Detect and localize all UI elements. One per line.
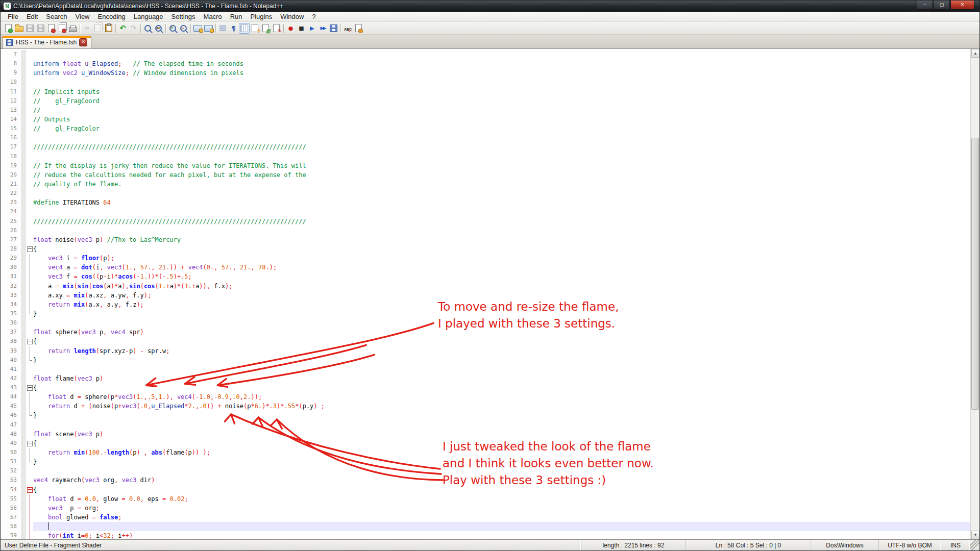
line-text[interactable]: [33, 420, 970, 430]
line-text[interactable]: float d = sphere(p*vec3(1.,.5,1.), vec4(…: [33, 392, 970, 402]
word-wrap-icon[interactable]: [217, 23, 228, 34]
fold-margin[interactable]: [26, 170, 33, 180]
bookmark-margin[interactable]: [21, 420, 26, 430]
code-line-39[interactable]: 39 return length(spr.xyz-p) - spr.w;: [1, 346, 970, 356]
bookmark-margin[interactable]: [21, 346, 26, 356]
undo-icon[interactable]: ↶: [117, 23, 128, 34]
line-text[interactable]: // Outputs: [33, 115, 970, 124]
bookmark-margin[interactable]: [21, 374, 26, 383]
doc-map-icon[interactable]: ▦: [260, 23, 271, 34]
code-line-51[interactable]: 51}: [1, 457, 970, 466]
code-line-40[interactable]: 40}: [1, 356, 970, 365]
line-text[interactable]: float flame(vec3 p): [33, 374, 970, 383]
line-text[interactable]: {: [33, 383, 970, 392]
line-text[interactable]: for(int i=0; i<32; i++): [33, 531, 970, 539]
bookmark-margin[interactable]: [21, 383, 26, 392]
line-text[interactable]: uniform vec2 u_WindowSize; // Window dim…: [33, 68, 970, 78]
code-line-25[interactable]: 25//////////////////////////////////////…: [1, 217, 970, 226]
code-line-46[interactable]: 46}: [1, 411, 970, 420]
fold-margin[interactable]: [26, 263, 33, 272]
vertical-scrollbar[interactable]: ▲ ▼: [970, 49, 979, 539]
fold-margin[interactable]: [26, 115, 33, 124]
fold-margin[interactable]: [26, 504, 33, 513]
code-line-59[interactable]: 59 for(int i=0; i<32; i++): [1, 531, 970, 539]
bookmark-margin[interactable]: [21, 96, 26, 106]
line-text[interactable]: [33, 318, 970, 328]
save-icon[interactable]: [24, 23, 35, 34]
cut-icon[interactable]: ✂: [82, 23, 92, 34]
bookmark-margin[interactable]: [21, 133, 26, 142]
bookmark-margin[interactable]: [21, 180, 26, 189]
line-text[interactable]: [33, 133, 970, 142]
code-line-18[interactable]: 18: [1, 152, 970, 161]
code-line-49[interactable]: 49{: [1, 439, 970, 448]
code-line-42[interactable]: 42float flame(vec3 p): [1, 374, 970, 383]
paste-icon[interactable]: [103, 23, 114, 34]
fold-margin[interactable]: [26, 272, 33, 281]
bookmark-margin[interactable]: [21, 254, 26, 263]
fold-margin[interactable]: [26, 291, 33, 300]
fold-margin[interactable]: [26, 96, 33, 106]
bookmark-margin[interactable]: [21, 244, 26, 254]
fold-margin[interactable]: [26, 365, 33, 374]
bookmark-margin[interactable]: [21, 318, 26, 328]
code-line-36[interactable]: 36: [1, 318, 970, 328]
line-text[interactable]: vec3 f = cos((p-i)*acos(-1.))*(-.5)+.5;: [33, 272, 970, 281]
fold-margin[interactable]: [26, 133, 33, 142]
code-line-57[interactable]: 57 bool glowed = false;: [1, 513, 970, 522]
menu-item-window[interactable]: Window: [276, 12, 308, 21]
line-text[interactable]: return d + (noise(p+vec3(.0,u_Elapsed*2.…: [33, 402, 970, 411]
menu-item-plugins[interactable]: Plugins: [247, 12, 277, 21]
scrollbar-thumb[interactable]: [971, 138, 979, 410]
sync-horizontal-scroll-icon[interactable]: [203, 23, 214, 34]
line-text[interactable]: [33, 189, 970, 198]
code-line-23[interactable]: 23#define ITERATIONS 64: [1, 198, 970, 207]
bookmark-margin[interactable]: [21, 226, 26, 235]
show-all-characters-icon[interactable]: ¶: [228, 23, 239, 34]
fold-margin[interactable]: [26, 383, 33, 392]
bookmark-margin[interactable]: [21, 402, 26, 411]
fold-margin[interactable]: [26, 106, 33, 115]
fold-margin[interactable]: [26, 531, 33, 539]
menu-item-language[interactable]: Language: [130, 12, 167, 21]
code-line-24[interactable]: 24: [1, 207, 970, 216]
macro-stop-icon[interactable]: ■: [296, 23, 307, 34]
bookmark-margin[interactable]: [21, 263, 26, 272]
fold-margin[interactable]: [26, 244, 33, 254]
fold-margin[interactable]: [26, 124, 33, 133]
fold-margin[interactable]: [26, 226, 33, 235]
line-text[interactable]: ////////////////////////////////////////…: [33, 217, 970, 226]
menu-item-view[interactable]: View: [71, 12, 94, 21]
line-text[interactable]: // Implicit inputs: [33, 87, 970, 96]
code-line-19[interactable]: 19// If the display is jerky then reduce…: [1, 161, 970, 170]
fold-margin[interactable]: [26, 198, 33, 207]
fold-margin[interactable]: [26, 217, 33, 226]
show-indent-guide-icon[interactable]: [239, 23, 250, 34]
bookmark-margin[interactable]: [21, 50, 26, 59]
bookmark-margin[interactable]: [21, 207, 26, 216]
bookmark-margin[interactable]: [21, 411, 26, 420]
bookmark-margin[interactable]: [21, 170, 26, 180]
bookmark-margin[interactable]: [21, 106, 26, 115]
code-line-16[interactable]: 16: [1, 133, 970, 142]
bookmark-margin[interactable]: [21, 217, 26, 226]
close-button[interactable]: ✕: [950, 1, 974, 10]
line-text[interactable]: }: [33, 356, 970, 365]
tab-hss-the-flame[interactable]: HSS - The - Flame.fsh ✕: [2, 36, 91, 48]
line-text[interactable]: bool glowed = false;: [33, 513, 970, 522]
line-text[interactable]: float scene(vec3 p): [33, 430, 970, 439]
code-line-14[interactable]: 14// Outputs: [1, 115, 970, 124]
bookmark-margin[interactable]: [21, 365, 26, 374]
open-file-icon[interactable]: [14, 23, 24, 34]
line-text[interactable]: a = mix(sin(cos(a)*a),sin(cos(1.+a)*(1.+…: [33, 282, 970, 291]
line-text[interactable]: vec3 i = floor(p);: [33, 254, 970, 263]
line-text[interactable]: [33, 365, 970, 374]
bookmark-margin[interactable]: [21, 300, 26, 309]
current-line-text[interactable]: [33, 522, 970, 531]
spell-check-icon[interactable]: ABC✓: [342, 23, 353, 34]
bookmark-margin[interactable]: [21, 430, 26, 439]
fold-margin[interactable]: [26, 411, 33, 420]
fold-margin[interactable]: [26, 68, 33, 78]
fold-margin[interactable]: [26, 309, 33, 318]
fold-margin[interactable]: [26, 466, 33, 475]
